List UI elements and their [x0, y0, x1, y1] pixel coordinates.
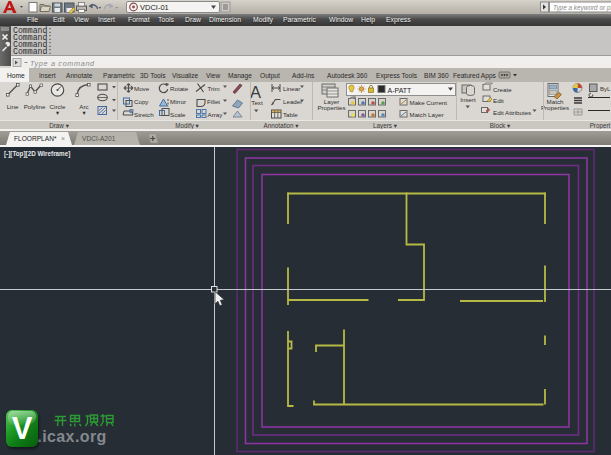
svg-text:A-PATT: A-PATT [388, 87, 413, 94]
svg-text:VDCI-01: VDCI-01 [140, 3, 169, 12]
svg-text:ByL: ByL [600, 86, 611, 92]
svg-text:Type a keyword or phras: Type a keyword or phras [553, 4, 611, 12]
svg-text:A: A [250, 83, 261, 101]
svg-text:Type a command: Type a command [30, 59, 95, 68]
